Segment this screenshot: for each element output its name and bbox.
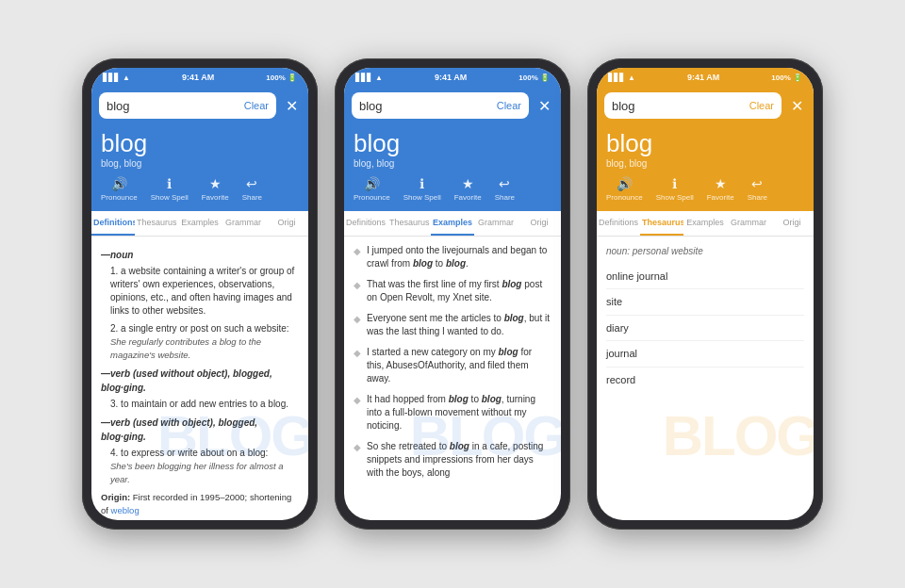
close-button[interactable]: ✕	[535, 97, 553, 115]
action-label: Pronounce	[354, 193, 390, 202]
example-text: I started a new category on my blog for …	[367, 346, 551, 385]
def-example: She's been blogging her illness for almo…	[110, 461, 283, 484]
tab-grammar[interactable]: Grammar	[222, 211, 265, 236]
status-right: 100% 🔋	[518, 74, 550, 82]
action-icon: ℹ	[672, 176, 677, 191]
bullet: ◆	[354, 441, 361, 480]
word-header: blog blog, blog 🔊 Pronounce ℹ Show Spell…	[91, 124, 308, 211]
action-icon: ℹ	[420, 176, 424, 191]
pos-label: —verb (used without object), blogged, bl…	[101, 367, 299, 395]
action-show spell[interactable]: ℹ Show Spell	[151, 176, 189, 202]
clear-button[interactable]: Clear	[749, 100, 774, 111]
example-text: It had hopped from blog to blog, turning…	[367, 393, 551, 433]
tab-examples[interactable]: Examples	[178, 211, 222, 236]
action-icon: 🔊	[111, 176, 127, 191]
tab-definitions[interactable]: Definitions	[597, 211, 640, 236]
search-text: blog	[359, 99, 497, 113]
definition-item: 2. a single entry or post on such a webs…	[101, 322, 299, 362]
tab-examples[interactable]: Examples	[683, 211, 727, 236]
example-text: I jumped onto the livejournals and began…	[367, 244, 551, 270]
tab-thesaurus[interactable]: Thesaurus	[135, 211, 178, 236]
action-pronounce[interactable]: 🔊 Pronounce	[606, 176, 643, 202]
search-text: blog	[612, 99, 749, 113]
main-content: noun: personal websiteonline journalsite…	[597, 237, 814, 400]
action-show spell[interactable]: ℹ Show Spell	[403, 176, 441, 202]
example-item: ◆ It had hopped from blog to blog, turni…	[354, 393, 551, 433]
word-actions: 🔊 Pronounce ℹ Show Spell ★ Favorite ↩ Sh…	[101, 176, 299, 202]
action-show spell[interactable]: ℹ Show Spell	[656, 176, 694, 202]
tab-origi[interactable]: Origi	[518, 211, 561, 236]
pos-label: —verb (used with object), blogged, blog·…	[101, 416, 299, 444]
tab-grammar[interactable]: Grammar	[727, 211, 770, 236]
action-label: Favorite	[202, 193, 229, 202]
tab-examples[interactable]: Examples	[431, 211, 474, 236]
definition-item: 3. to maintain or add new entries to a b…	[101, 398, 299, 411]
tab-definitions[interactable]: Definitions	[91, 211, 135, 236]
action-icon: ↩	[499, 176, 510, 191]
status-left: ▋▋▋ ▲	[103, 74, 130, 82]
example-item: ◆ Everyone sent me the articles to blog,…	[354, 312, 551, 338]
action-pronounce[interactable]: 🔊 Pronounce	[354, 176, 390, 202]
phone-definitions: ▋▋▋ ▲ 9:41 AM 100% 🔋 blog Clear ✕ blog b…	[82, 58, 318, 530]
action-label: Share	[495, 193, 515, 202]
action-label: Share	[748, 193, 767, 202]
example-text: So she retreated to blog in a cafe, post…	[367, 440, 551, 480]
action-favorite[interactable]: ★ Favorite	[454, 176, 482, 202]
status-left: ▋▋▋ ▲	[355, 74, 383, 82]
status-time: 9:41 AM	[687, 73, 719, 82]
def-num: 3.	[110, 399, 118, 409]
signal-icon: ▋▋▋	[608, 74, 625, 82]
close-button[interactable]: ✕	[787, 97, 806, 115]
clear-button[interactable]: Clear	[497, 100, 521, 111]
action-label: Show Spell	[656, 193, 694, 202]
action-favorite[interactable]: ★ Favorite	[707, 176, 734, 202]
word-actions: 🔊 Pronounce ℹ Show Spell ★ Favorite ↩ Sh…	[354, 176, 551, 202]
wifi-icon: ▲	[375, 74, 383, 82]
thesaurus-word[interactable]: journal	[606, 341, 804, 368]
phone-examples: ▋▋▋ ▲ 9:41 AM 100% 🔋 blog Clear ✕ blog b…	[335, 58, 570, 530]
action-label: Show Spell	[151, 193, 189, 202]
action-label: Favorite	[454, 193, 482, 202]
tab-thesaurus[interactable]: Thesaurus	[640, 211, 683, 236]
tab-definitions[interactable]: Definitions	[344, 211, 387, 236]
example-item: ◆ That was the first line of my first bl…	[354, 278, 551, 304]
action-icon: ℹ	[167, 176, 172, 191]
tab-grammar[interactable]: Grammar	[474, 211, 518, 236]
word-actions: 🔊 Pronounce ℹ Show Spell ★ Favorite ↩ Sh…	[606, 176, 804, 202]
tabs: DefinitionsThesaurusExamplesGrammarOrigi	[597, 211, 814, 237]
search-input-wrap[interactable]: blog Clear	[99, 92, 276, 119]
search-bar: blog Clear ✕	[344, 87, 561, 124]
origin-link[interactable]: weblog	[111, 505, 140, 515]
example-text: Everyone sent me the articles to blog, b…	[367, 312, 551, 338]
search-input-wrap[interactable]: blog Clear	[352, 92, 529, 119]
def-example: She regularly contributes a blog to the …	[110, 336, 261, 360]
close-button[interactable]: ✕	[282, 97, 301, 115]
action-share[interactable]: ↩ Share	[495, 176, 515, 202]
action-pronounce[interactable]: 🔊 Pronounce	[101, 176, 138, 202]
action-favorite[interactable]: ★ Favorite	[202, 176, 229, 202]
thesaurus-word[interactable]: record	[606, 368, 804, 393]
action-icon: ★	[462, 176, 474, 191]
search-input-wrap[interactable]: blog Clear	[604, 92, 782, 119]
def-num: 2.	[110, 323, 118, 334]
search-bar: blog Clear ✕	[91, 87, 308, 124]
tab-origi[interactable]: Origi	[770, 211, 814, 236]
word-subtitle: blog, blog	[354, 158, 551, 169]
action-share[interactable]: ↩ Share	[242, 176, 262, 202]
action-share[interactable]: ↩ Share	[748, 176, 767, 202]
main-content: ◆ I jumped onto the livejournals and beg…	[344, 237, 561, 495]
definition-item: 4. to express or write about on a blog:S…	[101, 447, 299, 486]
pos-label: —noun	[101, 248, 299, 262]
main-content: —noun 1. a website containing a writer's…	[91, 237, 308, 520]
thesaurus-word[interactable]: diary	[606, 316, 804, 342]
tab-thesaurus[interactable]: Thesaurus	[387, 211, 431, 236]
thesaurus-word[interactable]: site	[606, 289, 804, 316]
action-icon: 🔊	[617, 176, 633, 191]
tab-origi[interactable]: Origi	[265, 211, 308, 236]
example-item: ◆ I started a new category on my blog fo…	[354, 346, 551, 385]
wifi-icon: ▲	[628, 74, 635, 82]
thesaurus-word[interactable]: online journal	[606, 264, 804, 290]
signal-icon: ▋▋▋	[355, 74, 372, 82]
clear-button[interactable]: Clear	[244, 100, 269, 111]
search-bar: blog Clear ✕	[597, 87, 814, 124]
